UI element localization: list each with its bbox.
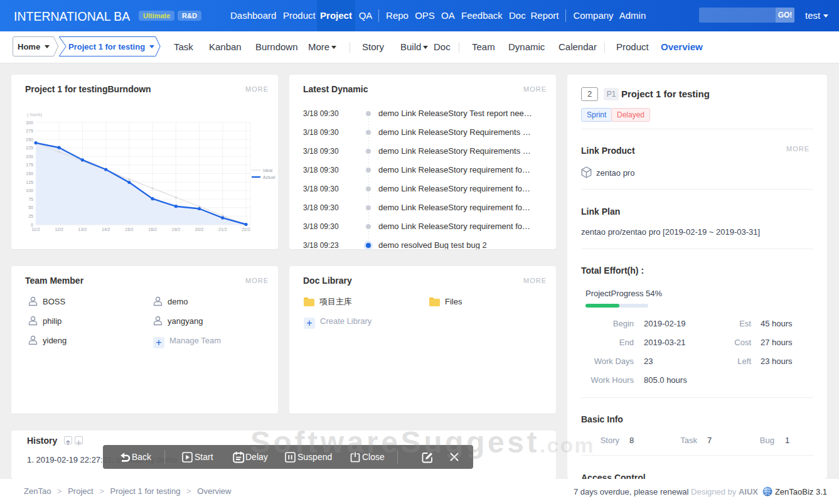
svg-text:50: 50 [28, 205, 33, 210]
svg-text:13/2: 13/2 [78, 227, 87, 232]
svg-text:22/2: 22/2 [242, 227, 250, 232]
svg-text:250: 250 [26, 137, 33, 142]
svg-text:Actual: Actual [263, 175, 275, 180]
svg-text:21/2: 21/2 [218, 227, 227, 232]
svg-text:0: 0 [31, 223, 33, 227]
svg-text:25: 25 [28, 214, 33, 218]
svg-text:125: 125 [26, 180, 33, 185]
svg-text:15/2: 15/2 [125, 227, 134, 232]
svg-text:275: 275 [26, 129, 33, 133]
svg-text:12/2: 12/2 [55, 227, 63, 232]
svg-text:75: 75 [28, 197, 33, 201]
svg-text:300: 300 [26, 121, 33, 125]
svg-text:200: 200 [26, 154, 33, 159]
svg-text:11/2: 11/2 [31, 227, 40, 232]
svg-text:16/2: 16/2 [148, 227, 157, 232]
svg-text:( hours): ( hours) [27, 112, 42, 117]
svg-text:20/2: 20/2 [195, 227, 204, 232]
svg-text:14/2: 14/2 [102, 227, 110, 232]
svg-text:175: 175 [26, 163, 33, 167]
svg-text:Ideal: Ideal [263, 168, 273, 173]
svg-text:100: 100 [26, 188, 33, 193]
svg-text:19/2: 19/2 [171, 227, 180, 232]
svg-text:225: 225 [26, 146, 33, 150]
svg-text:150: 150 [26, 171, 33, 176]
